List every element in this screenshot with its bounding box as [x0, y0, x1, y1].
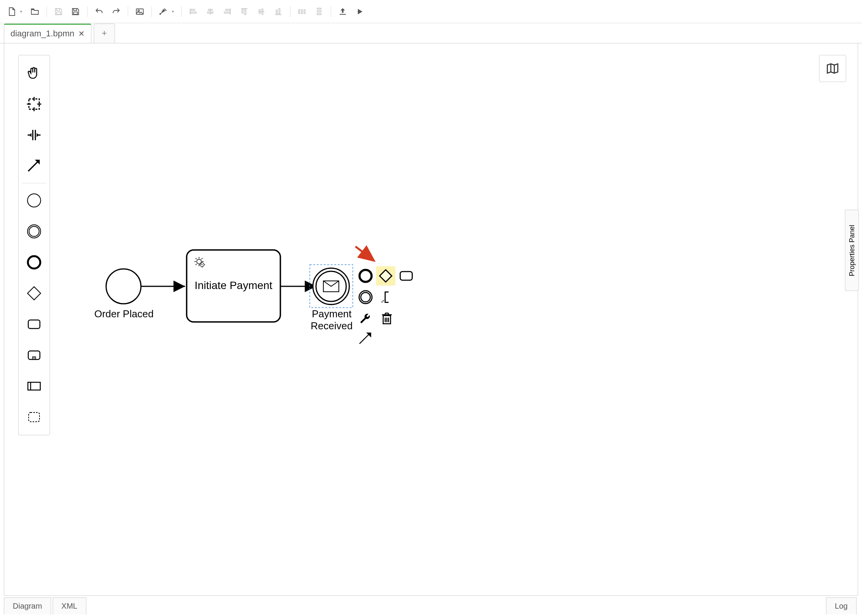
- svg-rect-7: [191, 9, 195, 10]
- svg-rect-0: [57, 9, 60, 10]
- svg-rect-29: [317, 14, 321, 15]
- svg-rect-27: [317, 8, 321, 9]
- svg-point-54: [359, 270, 371, 282]
- xml-view-tab[interactable]: XML: [53, 597, 86, 614]
- log-view-tab[interactable]: Log: [826, 597, 857, 614]
- svg-rect-23: [279, 9, 280, 14]
- align-center-button[interactable]: [203, 4, 218, 19]
- service-task-label[interactable]: Initiate Payment: [189, 279, 278, 292]
- svg-rect-13: [226, 9, 230, 10]
- close-tab-icon[interactable]: ✕: [78, 29, 85, 38]
- toolbar-separator: [290, 6, 290, 17]
- new-file-dropdown-icon[interactable]: ▾: [20, 9, 26, 14]
- svg-point-58: [361, 293, 370, 302]
- svg-rect-24: [299, 10, 300, 14]
- save-as-button[interactable]: [68, 4, 83, 19]
- distribute-v-button[interactable]: [311, 4, 327, 19]
- align-middle-button[interactable]: [254, 4, 269, 19]
- distribute-h-button[interactable]: [294, 4, 310, 19]
- start-event-label[interactable]: Order Placed: [89, 308, 159, 320]
- save-button[interactable]: [51, 4, 66, 19]
- bottom-tab-bar: Diagram XML Log: [4, 596, 858, 616]
- run-button[interactable]: [352, 4, 367, 19]
- file-tab-active[interactable]: diagram_1.bpmn ✕: [4, 24, 91, 43]
- svg-rect-8: [191, 12, 196, 13]
- add-tab-label: +: [102, 28, 107, 38]
- append-intermediate-event-icon[interactable]: [356, 287, 375, 307]
- log-tab-label: Log: [835, 602, 848, 610]
- align-right-button[interactable]: [220, 4, 235, 19]
- xml-tab-label: XML: [62, 602, 77, 610]
- connect-arrow-icon[interactable]: [356, 329, 375, 348]
- change-type-wrench-icon[interactable]: [356, 309, 375, 328]
- toolbar-separator: [151, 6, 152, 17]
- svg-rect-3: [74, 12, 77, 14]
- new-file-button[interactable]: [4, 4, 19, 19]
- intermediate-event-label[interactable]: Payment Received: [304, 308, 360, 332]
- svg-rect-55: [379, 270, 392, 282]
- append-end-event-icon[interactable]: [356, 266, 375, 286]
- svg-rect-2: [74, 9, 77, 10]
- toolbar-separator: [128, 6, 128, 17]
- open-file-button[interactable]: [27, 4, 43, 19]
- file-tab-label: diagram_1.bpmn: [10, 29, 74, 39]
- annotation-arrow: [355, 246, 374, 261]
- start-event-node[interactable]: [106, 269, 141, 304]
- color-button[interactable]: [156, 4, 171, 19]
- align-bottom-button[interactable]: [271, 4, 286, 19]
- svg-rect-14: [224, 12, 230, 13]
- redo-button[interactable]: [108, 4, 124, 19]
- toolbar-separator: [331, 6, 331, 17]
- svg-rect-56: [400, 272, 412, 280]
- append-text-annotation-icon[interactable]: [377, 287, 397, 307]
- toolbar-separator: [46, 6, 47, 17]
- svg-rect-17: [245, 9, 246, 15]
- export-image-button[interactable]: [132, 4, 148, 19]
- deploy-button[interactable]: [335, 4, 350, 19]
- svg-rect-25: [301, 10, 302, 14]
- align-top-button[interactable]: [237, 4, 252, 19]
- append-task-icon[interactable]: [397, 266, 416, 286]
- diagram-canvas[interactable]: Properties Panel: [4, 43, 858, 596]
- tab-bar: diagram_1.bpmn ✕ +: [0, 23, 862, 43]
- svg-rect-1: [57, 12, 60, 14]
- diagram-tab-label: Diagram: [13, 602, 42, 610]
- append-gateway-icon[interactable]: [376, 266, 395, 286]
- top-toolbar: ▾ ▾: [0, 0, 862, 23]
- svg-rect-26: [304, 10, 305, 14]
- svg-rect-28: [317, 11, 321, 12]
- undo-button[interactable]: [91, 4, 107, 19]
- toolbar-separator: [87, 6, 88, 17]
- delete-trash-icon[interactable]: [377, 309, 397, 328]
- toolbar-separator: [181, 6, 182, 17]
- diagram-view-tab[interactable]: Diagram: [4, 597, 51, 614]
- align-left-button[interactable]: [185, 4, 201, 19]
- add-tab-button[interactable]: +: [94, 24, 115, 43]
- svg-rect-22: [276, 10, 277, 14]
- svg-rect-16: [242, 9, 243, 13]
- color-dropdown-icon[interactable]: ▾: [172, 9, 177, 14]
